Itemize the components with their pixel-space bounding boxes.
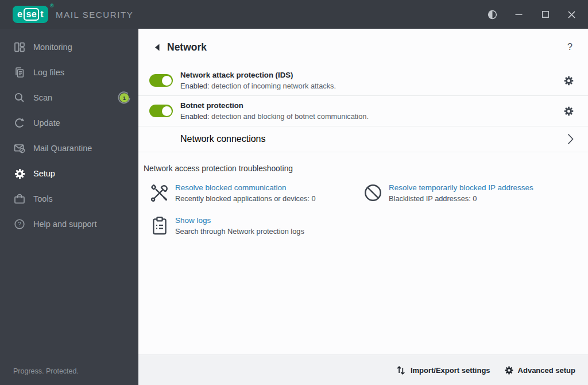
advanced-setup-label: Advanced setup xyxy=(518,366,575,375)
import-export-icon xyxy=(396,364,407,376)
import-export-label: Import/Export settings xyxy=(411,366,490,375)
protection-status-text: Progress. Protected. xyxy=(13,367,79,375)
sidebar-item-monitoring[interactable]: Monitoring xyxy=(0,34,138,60)
back-arrow-icon xyxy=(153,43,161,52)
sidebar-item-label: Log files xyxy=(33,68,64,77)
network-connections-label: Network connections xyxy=(180,134,266,144)
status-label: Enabled: xyxy=(180,82,210,90)
botnet-protection-toggle[interactable] xyxy=(149,105,173,117)
botnet-settings-button[interactable] xyxy=(563,106,574,117)
svg-text:?: ? xyxy=(18,221,21,228)
page-title: Network xyxy=(167,41,207,53)
registered-mark: ® xyxy=(50,3,54,9)
sidebar-item-help-and-support[interactable]: ? Help and support xyxy=(0,211,138,237)
status-description: detection and blocking of botnet communi… xyxy=(211,112,369,121)
sidebar: Monitoring Log files xyxy=(0,29,138,385)
blocked-circle-icon xyxy=(363,183,384,203)
show-logs-link[interactable]: Show logs xyxy=(175,215,304,226)
resolve-blocked-ip-description: Blacklisted IP addresses: 0 xyxy=(389,194,533,203)
network-attack-settings-button[interactable] xyxy=(563,75,574,86)
network-attack-protection-toggle[interactable] xyxy=(149,74,173,87)
show-logs-item: Show logs Search through Network protect… xyxy=(149,215,363,236)
setting-description: Enabled: detection of incoming network a… xyxy=(180,81,336,91)
logo-boxed-letters: se xyxy=(24,8,39,21)
network-connections-row[interactable]: Network connections xyxy=(138,126,588,152)
setting-title: Network attack protection (IDS) xyxy=(180,70,336,81)
maximize-icon xyxy=(542,11,549,18)
status-label: Enabled: xyxy=(180,112,210,121)
logo-letter: e xyxy=(17,9,22,20)
close-button[interactable] xyxy=(567,10,577,20)
resolve-blocked-ip-item: Resolve temporarily blocked IP addresses… xyxy=(363,183,588,203)
scan-badge-count: 1 xyxy=(123,95,126,101)
setting-row-network-attack-protection: Network attack protection (IDS) Enabled:… xyxy=(138,66,588,96)
advanced-setup-button[interactable]: Advanced setup xyxy=(504,365,575,375)
sidebar-item-label: Scan xyxy=(33,93,52,102)
resolve-blocked-communication-description: Recently blocked applications or devices… xyxy=(175,194,316,203)
row-text: Botnet protection Enabled: detection and… xyxy=(180,100,369,121)
resolve-blocked-communication-item: Resolve blocked communication Recently b… xyxy=(149,183,363,203)
troubleshooting-heading: Network access protection troubleshootin… xyxy=(144,164,574,173)
import-export-settings-button[interactable]: Import/Export settings xyxy=(396,364,490,376)
gear-icon xyxy=(563,75,574,86)
chevron-right-icon xyxy=(566,133,574,145)
content-footer: Import/Export settings xyxy=(138,355,588,385)
status-description: detection of incoming network attacks. xyxy=(211,82,336,90)
sidebar-item-label: Tools xyxy=(33,194,53,203)
sidebar-item-log-files[interactable]: Log files xyxy=(0,60,138,85)
setting-title: Botnet protection xyxy=(180,100,369,111)
toolbox-icon xyxy=(13,192,26,205)
maximize-button[interactable] xyxy=(540,10,550,20)
help-icon: ? xyxy=(13,218,26,230)
logs-clipboard-icon xyxy=(149,215,170,236)
sidebar-item-setup[interactable]: Setup xyxy=(0,161,138,186)
sidebar-item-label: Update xyxy=(33,118,60,128)
sidebar-item-update[interactable]: Update xyxy=(0,110,138,136)
log-files-icon xyxy=(13,66,26,79)
update-icon xyxy=(13,117,26,129)
scan-count-badge: 1 xyxy=(117,91,131,105)
sidebar-item-label: Monitoring xyxy=(33,43,72,52)
app-window: eset ® MAIL SECURITY xyxy=(0,0,588,385)
sidebar-item-label: Mail Quarantine xyxy=(33,144,92,153)
setting-description: Enabled: detection and blocking of botne… xyxy=(180,111,369,121)
minimize-button[interactable] xyxy=(514,10,524,20)
logo-letter: t xyxy=(40,9,44,20)
setup-gear-icon xyxy=(13,167,26,180)
sidebar-item-label: Help and support xyxy=(33,220,96,229)
advanced-setup-gear-icon xyxy=(504,365,514,375)
crossed-tools-icon xyxy=(149,183,170,203)
trouble-text: Resolve blocked communication Recently b… xyxy=(175,183,316,203)
sidebar-nav: Monitoring Log files xyxy=(0,29,138,237)
eset-logo: eset ® xyxy=(13,6,48,23)
help-button[interactable]: ? xyxy=(567,42,572,52)
scan-icon xyxy=(13,91,26,104)
titlebar: eset ® MAIL SECURITY xyxy=(0,0,588,29)
main-content: Network ? Network attack protection (IDS… xyxy=(138,29,588,385)
back-button[interactable] xyxy=(153,43,161,52)
product-name: MAIL SECURITY xyxy=(56,10,133,20)
gear-icon xyxy=(563,106,574,117)
sidebar-item-mail-quarantine[interactable]: Mail Quarantine xyxy=(0,136,138,161)
resolve-blocked-ip-link[interactable]: Resolve temporarily blocked IP addresses xyxy=(389,183,533,193)
sidebar-item-label: Setup xyxy=(33,169,55,178)
resolve-blocked-communication-link[interactable]: Resolve blocked communication xyxy=(175,183,316,193)
brand: eset ® MAIL SECURITY xyxy=(13,6,133,23)
mail-quarantine-icon xyxy=(13,142,26,155)
troubleshooting-grid: Resolve blocked communication Recently b… xyxy=(149,183,588,236)
trouble-text: Show logs Search through Network protect… xyxy=(175,215,304,236)
contrast-toggle-button[interactable] xyxy=(488,10,497,20)
sidebar-item-tools[interactable]: Tools xyxy=(0,186,138,211)
minimize-icon xyxy=(515,13,523,16)
close-icon xyxy=(568,11,575,18)
window-controls xyxy=(488,10,577,20)
monitoring-icon xyxy=(13,41,26,53)
contrast-icon xyxy=(488,10,497,20)
setting-row-botnet-protection: Botnet protection Enabled: detection and… xyxy=(138,96,588,126)
show-logs-description: Search through Network protection logs xyxy=(175,227,304,236)
sidebar-item-scan[interactable]: Scan 1 xyxy=(0,85,138,110)
row-text: Network attack protection (IDS) Enabled:… xyxy=(180,70,336,91)
trouble-text: Resolve temporarily blocked IP addresses… xyxy=(389,183,533,203)
page-header: Network ? xyxy=(138,29,588,66)
